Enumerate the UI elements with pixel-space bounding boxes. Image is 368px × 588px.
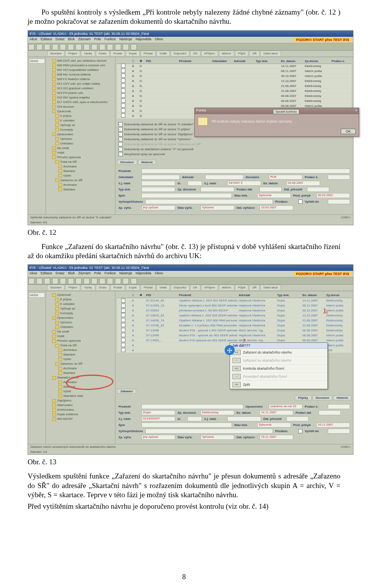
toolbar-button[interactable] — [131, 278, 137, 284]
tree-node[interactable]: 909 FÚ finanční účtárna — [48, 77, 114, 82]
table-row[interactable]: A07-13998školení iFIS - spisová s 903 SE… — [117, 328, 352, 333]
tab[interactable]: SŘ — [249, 285, 260, 290]
fld-dor[interactable]: RUK — [269, 175, 302, 180]
menu-item[interactable]: Nástroje — [119, 271, 132, 275]
toolbar-button[interactable] — [123, 278, 129, 284]
tree-node[interactable]: Koncepty — [48, 311, 114, 316]
toolbar-button[interactable] — [99, 278, 105, 284]
window-titlebar[interactable]: iFIS - Uživatel: VLADKA - Ek.jednotka: 0… — [28, 265, 353, 271]
tree-node[interactable]: Zapůjčeno — [48, 398, 114, 403]
menu-item[interactable]: Záznam — [78, 37, 91, 41]
tabs-row[interactable]: SeznamPříjemVýdejDošloPoslatKopiePředatV… — [28, 51, 353, 57]
table-row[interactable]: AG30.10.2007Interní pošta — [117, 74, 352, 79]
toolbar-button[interactable] — [131, 44, 137, 50]
tree-node[interactable]: Vrátit — [48, 151, 114, 155]
tab[interactable]: Seznam — [47, 51, 64, 56]
fld-ci[interactable] — [187, 416, 202, 421]
table-row[interactable]: A07-18619_82opatření děkana č. 20/2 903 … — [117, 313, 352, 318]
menu-item[interactable]: Editace — [41, 271, 52, 275]
tab-zakladn[interactable]: Základní — [117, 389, 136, 394]
tab[interactable]: Příjem — [65, 285, 80, 290]
tab[interactable]: Výdej — [81, 285, 95, 290]
fld-dpr[interactable] — [307, 187, 329, 192]
toolbar-button[interactable] — [52, 44, 58, 50]
tree-node[interactable]: Výběr — [48, 389, 114, 394]
popup-item[interactable]: <<Kontrola skartačního řízení — [230, 365, 327, 373]
tree-node[interactable]: Zařazeno do SŘ — [48, 362, 114, 366]
checkbox[interactable] — [118, 147, 123, 151]
tree-node[interactable]: K příjmu — [48, 114, 114, 118]
fld-evd[interactable]: 03.08.2007 — [286, 181, 320, 186]
toolbar-button[interactable] — [84, 44, 90, 50]
tree-node[interactable]: 913 GO grantové oddělení — [48, 86, 114, 91]
toolbar-button[interactable] — [44, 278, 50, 284]
fld-odes[interactable] — [141, 175, 180, 180]
ok-button[interactable]: OK — [341, 129, 356, 134]
tab[interactable]: Aktivní — [219, 285, 234, 290]
checkbox[interactable] — [118, 122, 123, 126]
tree-node[interactable]: Koncepty — [48, 128, 114, 132]
tree-node[interactable]: Vrátit — [48, 334, 114, 339]
fld-spis[interactable] — [141, 423, 232, 427]
toolbar-button[interactable] — [107, 44, 113, 50]
menu-item[interactable]: Pole — [94, 271, 101, 275]
fld-predmet[interactable] — [141, 404, 243, 409]
fld-ci[interactable] — [187, 181, 202, 186]
tab[interactable]: Výdej — [81, 51, 95, 56]
toolbar[interactable] — [28, 277, 353, 285]
tab-doruceni[interactable]: Doručení — [117, 160, 137, 165]
tab[interactable]: Odpověď — [171, 285, 189, 290]
tab[interactable]: Další akce — [260, 285, 281, 290]
tree-node[interactable]: Archivace — [48, 164, 114, 169]
close-icon[interactable]: × — [355, 108, 357, 114]
tree-node[interactable]: Skartace — [48, 385, 114, 389]
tree-node[interactable]: Vyřizuje se — [48, 306, 114, 311]
tab[interactable]: Poslat — [110, 285, 125, 290]
toolbar-button[interactable] — [68, 44, 74, 50]
fld-evd[interactable]: 14.11.2007 — [260, 410, 293, 415]
fld-vyr[interactable] — [145, 199, 273, 204]
toolbar-button[interactable] — [60, 278, 66, 284]
tab[interactable]: OK — [190, 51, 201, 56]
menu-item[interactable]: Blok — [68, 271, 75, 275]
tree-node[interactable]: 918 ekonom — [48, 105, 114, 109]
arrow-button[interactable]: << — [232, 358, 241, 363]
toolbar[interactable] — [28, 43, 353, 51]
fld-predmet[interactable] — [141, 169, 350, 174]
tree-node[interactable]: Vyřízeno — [48, 320, 114, 325]
table-row[interactable]: A07-22144_82Opatření děkana č. 26/2 903 … — [117, 298, 352, 303]
checkbox[interactable] — [118, 132, 123, 136]
menu-item[interactable]: Dotaz — [56, 271, 65, 275]
table-row[interactable]: AG06.08.2007Elektronicky — [117, 99, 352, 104]
menu-item[interactable]: Editace — [41, 37, 52, 41]
toolbar-button[interactable] — [115, 44, 121, 50]
tree-node[interactable]: 917 OSČV edič.,spec.a celoživotního — [48, 100, 114, 105]
fld-stv[interactable]: Vyřízeno — [200, 205, 234, 210]
chk-predano[interactable] — [298, 200, 302, 204]
fld-pp[interactable]: 16.11.2007 — [316, 423, 350, 427]
tab-historie[interactable]: Historie — [333, 395, 352, 400]
chk-predano[interactable] — [298, 429, 302, 433]
menu-item[interactable]: Okno — [155, 271, 163, 275]
tabs-row[interactable]: SeznamPříjemVýdejDošloPoslatKopiePředatV… — [28, 285, 353, 291]
tree-node[interactable]: Vyřízeno — [48, 137, 114, 141]
tree-node[interactable]: Příruční spisovna — [48, 155, 114, 160]
tab[interactable]: Půjčit — [235, 285, 249, 290]
window-titlebar[interactable]: iFIS - Uživatel: VLADKA - Ek.jednotka: 0… — [28, 31, 353, 37]
toolbar-button[interactable] — [91, 44, 97, 50]
tab[interactable]: Aktivní — [219, 51, 234, 56]
tree-node[interactable]: Skartační návrh — [48, 375, 114, 380]
tree-node[interactable]: Čeká na SŘ — [48, 160, 114, 164]
folder-tree[interactable]: ZpracovatK příjmuK odesláníVyřizuje seKo… — [46, 291, 115, 444]
tab[interactable]: Předat — [141, 51, 156, 56]
tree-node[interactable]: Čeká na SŘ — [48, 343, 114, 348]
tree-node[interactable]: Na cestě — [48, 329, 114, 334]
table-row[interactable]: AG06.08.2007Elektronicky — [117, 94, 352, 99]
fld-podc[interactable] — [328, 404, 350, 409]
tree-node[interactable]: Archivace — [48, 348, 114, 352]
toolbar-button[interactable] — [84, 278, 90, 284]
tree-node[interactable]: Zpracovat — [48, 109, 114, 114]
fld-std[interactable]: Spisovna — [257, 423, 291, 427]
tab-doruceni[interactable]: Doručení — [312, 395, 333, 400]
tree-node[interactable]: Skartační úřad — [48, 394, 114, 398]
